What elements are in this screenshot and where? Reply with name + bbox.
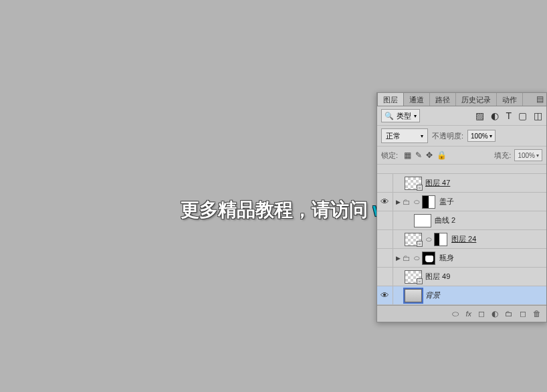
new-group-icon[interactable]: 🗀 [505,309,513,318]
layer-thumbnail[interactable]: ▫ [405,270,422,284]
folder-icon: 🗀 [403,254,412,263]
visibility-toggle[interactable] [377,174,393,192]
chevron-down-icon: ▾ [421,133,423,139]
layer-name[interactable]: 图层 49 [424,272,546,282]
visibility-toggle[interactable] [377,268,393,286]
layer-thumbnail[interactable]: ▫ [405,233,422,246]
opacity-input[interactable]: 100% ▾ [467,130,496,142]
layer-row[interactable]: 👁 ▶ 🗀 ⬭ 盖子 [377,193,546,211]
opacity-label: 不透明度: [432,131,463,141]
tab-actions[interactable]: 动作 [497,93,523,106]
eye-icon: 👁 [380,290,389,300]
link-icon: ⬭ [414,198,420,206]
layer-row[interactable]: 曲线 2 [377,211,546,230]
expand-arrow[interactable]: ▶ [393,199,403,205]
blend-row: 正常 ▾ 不透明度: 100% ▾ [377,126,546,146]
tab-layers[interactable]: 图层 [377,92,404,106]
delete-icon[interactable]: 🗑 [533,309,541,318]
layer-mask-icon[interactable]: ◻ [478,309,485,318]
lock-all-icon[interactable]: 🔒 [437,151,447,160]
layers-panel: ▤ 图层 通道 路径 历史记录 动作 🔍 类型 ▾ ▨ ◐ T ▢ ◫ 正常 ▾… [376,92,547,322]
layer-name[interactable]: 图层 47 [424,178,546,188]
visibility-toggle[interactable]: 👁 [377,286,393,304]
layer-thumbnail[interactable] [405,289,422,302]
layer-name[interactable]: 曲线 2 [433,215,546,225]
layer-list: ▫ 图层 47 👁 ▶ 🗀 ⬭ 盖子 曲线 2 ▫ ⬭ 图层 24 [377,165,546,305]
visibility-toggle[interactable] [377,249,393,267]
chevron-down-icon: ▾ [414,113,417,119]
visibility-toggle[interactable] [377,230,393,248]
tab-paths[interactable]: 路径 [430,93,456,106]
eye-icon: 👁 [380,197,389,207]
layer-row[interactable]: ▫ 图层 49 [377,268,546,286]
adjustment-thumbnail[interactable] [414,214,431,227]
adjustment-layer-icon[interactable]: ◐ [491,309,498,318]
layer-row[interactable]: ▶ 🗀 ⬭ 瓶身 [377,249,546,268]
lock-label: 锁定: [381,151,398,161]
filter-adjust-icon[interactable]: ◐ [491,110,499,121]
blend-mode-dropdown[interactable]: 正常 ▾ [381,128,428,143]
folder-icon: 🗀 [403,197,412,207]
link-icon: ⬭ [414,254,420,262]
fx-icon[interactable]: fx [465,310,471,318]
smart-object-badge: ▫ [417,241,423,247]
layer-row[interactable]: ▫ ⬭ 图层 24 [377,230,546,249]
tab-channels[interactable]: 通道 [404,93,430,106]
filter-shape-icon[interactable]: ▢ [518,110,527,121]
lock-row: 锁定: ▦ ✎ ✥ 🔒 填充: 100% ▾ [377,146,546,165]
layer-thumbnail[interactable]: ▫ [405,177,422,190]
layer-row-partial [377,165,546,174]
lock-brush-icon[interactable]: ✎ [415,151,422,160]
layer-mask-thumbnail[interactable] [422,252,435,265]
panel-tabs: 图层 通道 路径 历史记录 动作 [377,93,546,106]
new-layer-icon[interactable]: ◻ [520,309,526,318]
layer-row-selected[interactable]: 👁 背景 [377,286,546,305]
link-layers-icon[interactable]: ⬭ [452,309,459,318]
smart-object-badge: ▫ [417,185,423,191]
lock-move-icon[interactable]: ✥ [426,151,433,160]
layer-mask-thumbnail[interactable] [422,195,435,209]
visibility-toggle[interactable]: 👁 [377,193,393,211]
fill-input[interactable]: 100% ▾ [514,149,542,161]
tab-history[interactable]: 历史记录 [456,93,497,106]
chevron-down-icon: ▾ [489,133,492,139]
filter-type-icon[interactable]: T [506,110,512,121]
expand-arrow[interactable]: ▶ [393,255,403,262]
panel-bottom-bar: ⬭ fx ◻ ◐ 🗀 ◻ 🗑 [377,305,546,322]
link-icon: ⬭ [426,235,432,243]
layer-name[interactable]: 盖子 [438,197,546,207]
search-icon: 🔍 [385,112,394,120]
filter-smart-icon[interactable]: ◫ [534,110,542,121]
filter-icons: ▨ ◐ T ▢ ◫ [475,110,542,121]
layer-row[interactable]: ▫ 图层 47 [377,174,546,193]
chevron-down-icon: ▾ [536,153,539,159]
filter-row: 🔍 类型 ▾ ▨ ◐ T ▢ ◫ [377,106,546,126]
lock-transparency-icon[interactable]: ▦ [404,151,411,160]
layer-name[interactable]: 图层 24 [450,234,546,244]
layer-mask-thumbnail[interactable] [434,233,447,246]
filter-kind-dropdown[interactable]: 🔍 类型 ▾ [381,109,420,122]
fill-label: 填充: [494,151,511,161]
smart-object-badge: ▫ [417,278,423,284]
panel-menu-icon[interactable]: ▤ [536,94,544,104]
layer-name[interactable]: 瓶身 [438,253,546,263]
layer-name[interactable]: 背景 [424,290,546,300]
filter-pixel-icon[interactable]: ▨ [475,110,484,121]
visibility-toggle[interactable] [377,211,393,229]
